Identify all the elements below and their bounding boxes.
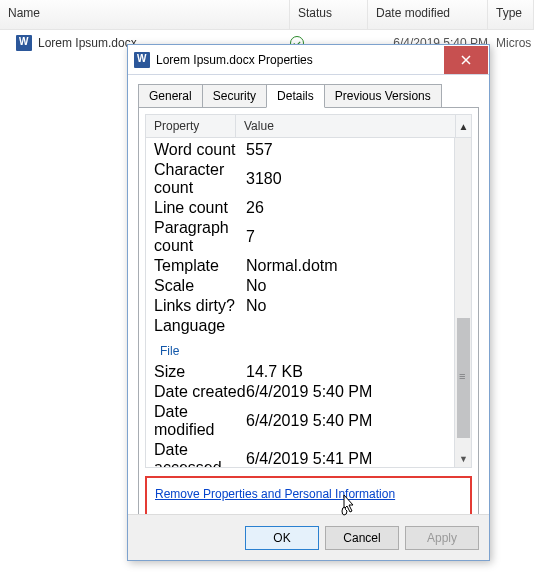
cancel-button[interactable]: Cancel — [325, 526, 399, 550]
property-value: 14.7 KB — [246, 363, 471, 381]
property-row[interactable]: Paragraph count7 — [146, 218, 471, 256]
properties-dialog: Lorem Ipsum.docx Properties General Secu… — [127, 44, 490, 561]
tab-general[interactable]: General — [138, 84, 203, 108]
file-type: Micros — [488, 36, 534, 50]
property-table-header: Property Value ▲ — [145, 114, 472, 138]
dialog-button-row: OK Cancel Apply — [128, 514, 489, 560]
tab-previous-versions[interactable]: Previous Versions — [324, 84, 442, 108]
chevron-down-icon[interactable]: ▼ — [455, 450, 472, 467]
col-header-status[interactable]: Status — [290, 0, 368, 29]
col-header-modified[interactable]: Date modified — [368, 0, 488, 29]
property-scroll-area: Word count557Character count3180Line cou… — [145, 138, 472, 468]
property-row[interactable]: Date modified6/4/2019 5:40 PM — [146, 402, 471, 440]
apply-button[interactable]: Apply — [405, 526, 479, 550]
close-icon — [461, 55, 471, 65]
property-name: Date created — [154, 383, 246, 401]
word-doc-icon — [16, 35, 32, 51]
property-value: 7 — [246, 228, 471, 246]
explorer-column-header: Name Status Date modified Type — [0, 0, 534, 30]
property-row[interactable]: Date created6/4/2019 5:40 PM — [146, 382, 471, 402]
property-name: Size — [154, 363, 246, 381]
property-row[interactable]: Size14.7 KB — [146, 362, 471, 382]
property-row[interactable]: Date accessed6/4/2019 5:41 PM — [146, 440, 471, 468]
remove-properties-link[interactable]: Remove Properties and Personal Informati… — [155, 487, 395, 501]
property-row[interactable]: Character count3180 — [146, 160, 471, 198]
file-name: Lorem Ipsum.docx — [38, 36, 137, 50]
property-value: No — [246, 297, 471, 315]
property-value: 6/4/2019 5:40 PM — [246, 412, 471, 430]
close-button[interactable] — [444, 46, 488, 74]
scrollbar-thumb[interactable] — [457, 318, 470, 438]
tab-details[interactable]: Details — [266, 84, 325, 108]
property-name: Date modified — [154, 403, 246, 439]
property-value: 3180 — [246, 170, 471, 188]
property-name: Language — [154, 317, 246, 335]
chevron-up-icon[interactable]: ▲ — [459, 121, 469, 132]
tab-strip: General Security Details Previous Versio… — [138, 84, 479, 108]
property-value: Normal.dotm — [246, 257, 471, 275]
header-property[interactable]: Property — [146, 115, 236, 138]
property-name: Scale — [154, 277, 246, 295]
titlebar[interactable]: Lorem Ipsum.docx Properties — [128, 45, 489, 75]
tab-security[interactable]: Security — [202, 84, 267, 108]
dialog-title: Lorem Ipsum.docx Properties — [156, 53, 444, 67]
ok-button[interactable]: OK — [245, 526, 319, 550]
section-file: File — [146, 338, 471, 360]
property-name: Template — [154, 257, 246, 275]
highlight-box: Remove Properties and Personal Informati… — [145, 476, 472, 516]
property-value: 26 — [246, 199, 471, 217]
property-name: Links dirty? — [154, 297, 246, 315]
col-header-type[interactable]: Type — [488, 0, 534, 29]
property-value: 557 — [246, 141, 471, 159]
col-header-name[interactable]: Name — [0, 0, 290, 29]
property-value: No — [246, 277, 471, 295]
details-panel: Property Value ▲ Word count557Character … — [138, 107, 479, 527]
property-row[interactable]: Word count557 — [146, 140, 471, 160]
property-row[interactable]: ScaleNo — [146, 276, 471, 296]
property-value: 6/4/2019 5:41 PM — [246, 450, 471, 468]
property-row[interactable]: TemplateNormal.dotm — [146, 256, 471, 276]
property-row[interactable]: Line count26 — [146, 198, 471, 218]
property-name: Word count — [154, 141, 246, 159]
property-row[interactable]: Links dirty?No — [146, 296, 471, 316]
property-name: Line count — [154, 199, 246, 217]
property-name: Paragraph count — [154, 219, 246, 255]
property-name: Character count — [154, 161, 246, 197]
vertical-scrollbar[interactable]: ▼ — [454, 138, 471, 467]
word-doc-icon — [134, 52, 150, 68]
header-value[interactable]: Value — [236, 115, 456, 138]
property-name: Date accessed — [154, 441, 246, 468]
property-row[interactable]: Language — [146, 316, 471, 336]
property-value: 6/4/2019 5:40 PM — [246, 383, 471, 401]
